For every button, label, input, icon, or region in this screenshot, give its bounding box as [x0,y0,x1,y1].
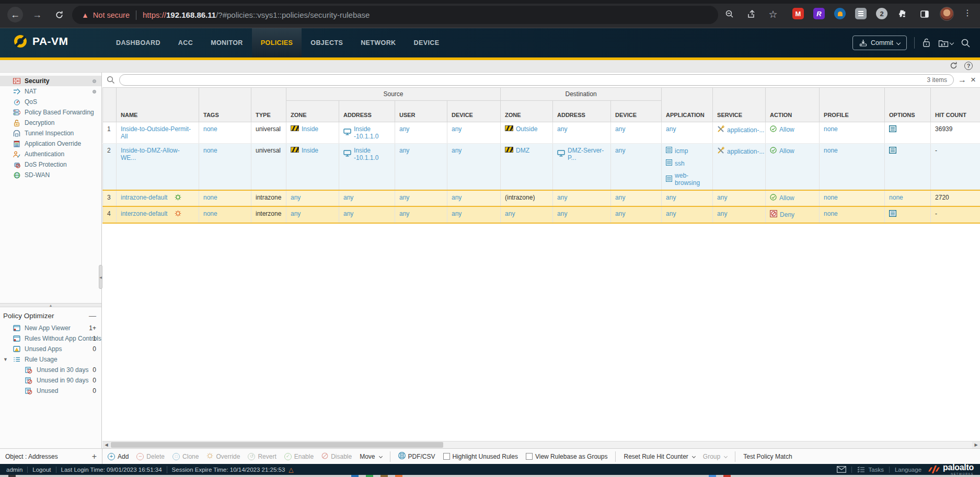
stylus-extension-icon[interactable] [855,8,867,19]
clear-filter-icon[interactable]: × [971,75,976,85]
application-link[interactable]: web-browsing [675,172,708,187]
cell-tags[interactable]: none [203,194,217,201]
test-policy-match-button[interactable]: Test Policy Match [735,451,792,462]
service-link[interactable]: application-... [727,148,764,155]
col-type[interactable]: TYPE [251,88,286,122]
col-src-device[interactable]: DEVICE [447,101,501,122]
rule-row[interactable]: 1 Inside-to-Outside-Permit-All none univ… [103,122,980,144]
scrollbar-thumb[interactable] [111,442,443,448]
cell-src-address[interactable]: any [343,194,353,201]
po-item-unused-apps[interactable]: Unused Apps 0 [0,344,101,354]
view-rulebase-groups-checkbox[interactable]: View Rulebase as Groups [526,453,608,460]
apply-filter-arrow-icon[interactable]: → [958,75,966,85]
browser-menu-icon[interactable]: ⋮ [963,8,972,18]
cell-options[interactable]: none [889,194,903,201]
col-dst-device[interactable]: DEVICE [611,101,662,122]
cell-dst-device[interactable]: any [615,194,625,201]
commit-button[interactable]: Commit [852,36,907,50]
mail-extension-icon[interactable]: M [792,8,804,19]
add-object-icon[interactable]: + [92,452,97,461]
extensions-puzzle-icon[interactable] [897,8,909,20]
zoom-out-icon[interactable] [723,8,736,20]
col-application[interactable]: APPLICATION [662,88,713,122]
url-bar[interactable]: ▲ Not secure https://192.168.86.11/?#pol… [72,6,718,24]
cell-application[interactable]: any [666,194,676,201]
tab-device[interactable]: DEVICE [405,28,448,57]
cell-profile[interactable]: none [824,125,838,133]
default-rule-gear-icon[interactable] [175,210,181,217]
pdf-csv-button[interactable]: PDF/CSV [390,451,435,462]
col-dst-zone[interactable]: ZONE [501,101,553,122]
options-log-icon[interactable] [889,148,896,155]
cell-src-zone[interactable]: any [291,194,301,201]
rule-name-link[interactable]: intrazone-default [121,194,167,201]
tab-policies[interactable]: POLICIES [252,28,302,57]
filter-input[interactable] [126,76,927,84]
logout-link[interactable]: Logout [27,467,51,473]
revert-button[interactable]: ↺Revert [248,453,276,460]
cell-profile[interactable]: none [824,210,838,217]
cell-dst-zone[interactable]: any [505,210,515,217]
col-tags[interactable]: TAGS [199,88,251,122]
cell-src-device[interactable]: any [452,125,462,133]
po-item-unused[interactable]: Unused 0 [0,386,101,396]
application-link[interactable]: icmp [675,147,688,155]
cell-src-device[interactable]: any [452,194,462,201]
tab-network[interactable]: NETWORK [352,28,405,57]
browser-reload-button[interactable] [51,7,67,22]
help-icon[interactable]: ? [964,62,973,70]
override-button[interactable]: Override [206,452,240,461]
sidebar-splitter-grip[interactable]: ◀ [99,265,102,289]
cell-application[interactable]: any [666,125,676,133]
cell-tags[interactable]: none [203,147,217,154]
panel-splitter[interactable]: ▲ [0,303,101,307]
cell-profile[interactable]: none [824,194,838,201]
highlight-unused-checkbox[interactable]: Highlight Unused Rules [443,453,518,460]
move-dropdown[interactable]: Move [360,453,382,460]
col-dst-address[interactable]: ADDRESS [553,101,611,122]
po-item-unused-90-days[interactable]: Unused in 90 days 0 [0,375,101,386]
po-item-unused-30-days[interactable]: Unused in 30 days 0 [0,365,101,375]
side-panel-icon[interactable] [918,8,931,20]
dst-zone-link[interactable]: DMZ [516,147,529,154]
cell-dst-address[interactable]: any [557,194,567,201]
po-item-rule-usage[interactable]: ▼ Rule Usage [0,354,101,365]
scroll-left-button[interactable]: ◀ [102,441,110,448]
col-options[interactable]: OPTIONS [885,88,931,122]
sidebar-item-application-override[interactable]: Application Override [0,138,101,149]
refresh-icon[interactable] [949,61,958,70]
cell-dst-device[interactable]: any [615,210,625,217]
tab-acc[interactable]: ACC [169,28,202,57]
language-button[interactable]: Language [895,467,921,473]
tab-monitor[interactable]: MONITOR [202,28,252,57]
checkbox-icon[interactable] [443,453,450,460]
chevron-expand-icon[interactable]: ▼ [3,357,8,362]
src-address-link[interactable]: Inside -10.1.1.0 [354,147,390,161]
options-log-icon[interactable] [889,126,896,134]
collapse-icon[interactable]: — [89,311,96,320]
cell-dst-address[interactable]: any [557,210,567,217]
cell-src-device[interactable]: any [452,210,462,217]
rule-row[interactable]: 4 interzone-default none interzone any a… [103,206,980,223]
default-rule-gear-icon[interactable] [175,194,181,201]
cell-application[interactable]: any [666,210,676,217]
cell-user[interactable]: any [399,210,409,217]
rule-name-link[interactable]: Inside-to-Outside-Permit-All [121,125,191,140]
cell-src-address[interactable]: any [343,210,353,217]
cell-user[interactable]: any [399,194,409,201]
cell-src-device[interactable]: any [452,147,462,154]
col-src-zone[interactable]: ZONE [286,101,339,122]
scroll-right-button[interactable]: ▶ [972,441,980,448]
horizontal-scrollbar[interactable]: ◀ ▶ [102,441,980,448]
messages-icon[interactable] [837,466,846,473]
disable-button[interactable]: Disable [321,452,352,461]
browser-back-button[interactable]: ← [7,7,23,22]
not-secure-label[interactable]: Not secure [93,11,130,19]
add-button[interactable]: +Add [108,453,129,460]
rule-name-link[interactable]: interzone-default [121,210,167,217]
src-zone-link[interactable]: Inside [302,125,318,133]
global-search-icon[interactable] [961,38,971,48]
col-profile[interactable]: PROFILE [820,88,885,122]
col-name[interactable]: NAME [117,88,199,122]
cell-profile[interactable]: none [824,147,838,154]
